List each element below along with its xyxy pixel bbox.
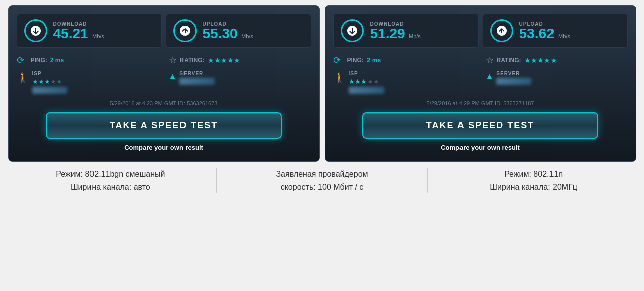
download-unit-right: Mb/s xyxy=(409,33,421,39)
compare-link-left[interactable]: Compare your own result xyxy=(17,144,311,151)
ping-label-right: PING: xyxy=(347,57,364,64)
isp-label-right: ISP xyxy=(349,71,384,76)
upload-icon-left xyxy=(173,19,197,42)
download-icon-right xyxy=(341,19,364,42)
upload-icon-right xyxy=(490,19,513,42)
upload-box-left: UPLOAD 55.30 Mb/s xyxy=(166,14,311,48)
upload-unit-left: Mb/s xyxy=(241,33,253,39)
server-section-right: ▲ SERVER xyxy=(486,71,628,85)
triangle-icon-left: ▲ xyxy=(169,72,177,81)
rating-star-icon-right: ☆ xyxy=(486,55,494,66)
person-icon-left: 🚶 xyxy=(17,72,29,84)
rating-label-right: RATING: xyxy=(497,57,521,64)
server-section-left: ▲ SERVER xyxy=(169,71,311,85)
download-data-left: DOWNLOAD 45.21 Mb/s xyxy=(53,21,104,41)
server-label-right: SERVER xyxy=(496,71,531,76)
bottom-labels-row: Режим: 802.11bgn смешаныйШирина канала: … xyxy=(5,168,639,193)
take-speed-test-button-left[interactable]: TAKE A SPEED TEST xyxy=(46,112,282,139)
download-box-right: DOWNLOAD 51.29 Mb/s xyxy=(333,14,479,48)
isp-stars-left: ★★★★★ xyxy=(32,78,67,85)
metrics-row-left: DOWNLOAD 45.21 Mb/s UPLOAD xyxy=(17,14,311,48)
rating-section-left: ☆ RATING: ★★★★★ xyxy=(169,55,311,66)
isp-section-right: 🚶 ISP ★★★★★ xyxy=(333,71,476,94)
isp-content-right: ISP ★★★★★ xyxy=(349,71,384,94)
person-icon-right: 🚶 xyxy=(333,72,346,84)
ping-label-left: PING: xyxy=(31,57,47,64)
download-data-right: DOWNLOAD 51.29 Mb/s xyxy=(370,21,421,41)
bottom-label-center: Заявленая провайдеромскорость: 100 Мбит … xyxy=(216,168,428,193)
isp-server-row-left: 🚶 ISP ★★★★★ ▲ SERVER xyxy=(17,71,311,94)
main-container: DOWNLOAD 45.21 Mb/s UPLOAD xyxy=(0,0,644,199)
download-value-left: 45.21 xyxy=(53,26,88,41)
isp-content-left: ISP ★★★★★ xyxy=(32,71,67,94)
triangle-icon-right: ▲ xyxy=(486,72,494,81)
ping-icon-left: ⟳ xyxy=(17,55,28,66)
rating-label-left: RATING: xyxy=(180,57,205,64)
upload-data-right: UPLOAD 53.62 Mb/s xyxy=(519,21,570,41)
speedtest-card-left: DOWNLOAD 45.21 Mb/s UPLOAD xyxy=(8,5,320,162)
bottom-label-left: Режим: 802.11bgn смешаныйШирина канала: … xyxy=(5,168,216,193)
compare-link-right[interactable]: Compare your own result xyxy=(333,144,628,151)
ping-icon-right: ⟳ xyxy=(333,55,344,66)
datetime-right: 5/29/2016 at 4:29 PM GMT ID: 5363271187 xyxy=(333,100,628,106)
metrics-row-right: DOWNLOAD 51.29 Mb/s UPLOAD xyxy=(333,14,628,48)
ping-section-right: ⟳ PING: 2 ms xyxy=(333,55,476,66)
download-icon-left xyxy=(24,19,47,42)
isp-stars-right: ★★★★★ xyxy=(349,78,384,85)
ping-section-left: ⟳ PING: 2 ms xyxy=(17,55,159,66)
isp-label-left: ISP xyxy=(32,71,67,76)
isp-section-left: 🚶 ISP ★★★★★ xyxy=(17,71,159,94)
take-speed-test-button-right[interactable]: TAKE A SPEED TEST xyxy=(362,112,598,139)
rating-star-icon-left: ☆ xyxy=(169,55,177,66)
upload-box-right: UPLOAD 53.62 Mb/s xyxy=(483,14,628,48)
bottom-label-right-text: Режим: 802.11nШирина канала: 20МГц xyxy=(490,170,577,191)
server-blurred-bar-left xyxy=(179,78,215,85)
info-row-right: ⟳ PING: 2 ms ☆ RATING: ★★★★★ xyxy=(333,55,628,66)
isp-stars-lit-right: ★★★ xyxy=(349,78,367,85)
server-content-left: SERVER xyxy=(179,71,215,85)
speedtest-card-right: DOWNLOAD 51.29 Mb/s UPLOAD xyxy=(325,5,636,162)
isp-server-row-right: 🚶 ISP ★★★★★ ▲ SERVER xyxy=(333,71,628,94)
isp-blurred-bar-right xyxy=(349,87,384,94)
info-row-left: ⟳ PING: 2 ms ☆ RATING: ★★★★★ xyxy=(17,55,311,66)
upload-unit-right: Mb/s xyxy=(558,33,570,39)
isp-blurred-bar-left xyxy=(32,87,67,94)
isp-stars-dim-right: ★★ xyxy=(367,78,379,85)
isp-stars-dim-left: ★★ xyxy=(50,78,62,85)
cards-row: DOWNLOAD 45.21 Mb/s UPLOAD xyxy=(5,5,639,162)
download-unit-left: Mb/s xyxy=(92,33,104,39)
rating-stars-left: ★★★★★ xyxy=(208,56,240,64)
download-value-right: 51.29 xyxy=(370,26,405,41)
bottom-label-left-text: Режим: 802.11bgn смешаныйШирина канала: … xyxy=(56,170,165,191)
bottom-label-center-text: Заявленая провайдеромскорость: 100 Мбит … xyxy=(275,170,368,191)
upload-value-right: 53.62 xyxy=(519,26,555,41)
server-label-left: SERVER xyxy=(179,71,215,76)
bottom-label-right: Режим: 802.11nШирина канала: 20МГц xyxy=(428,168,639,193)
datetime-left: 5/29/2016 at 4:23 PM GMT ID: 5363261673 xyxy=(17,100,311,106)
rating-section-right: ☆ RATING: ★★★★★ xyxy=(486,55,628,66)
upload-data-left: UPLOAD 55.30 Mb/s xyxy=(203,21,253,41)
ping-value-right: 2 ms xyxy=(367,57,381,64)
server-content-right: SERVER xyxy=(496,71,531,85)
ping-value-left: 2 ms xyxy=(50,57,64,64)
upload-value-left: 55.30 xyxy=(203,26,238,41)
isp-stars-lit-left: ★★★ xyxy=(32,78,50,85)
rating-stars-right: ★★★★★ xyxy=(524,56,557,64)
download-box-left: DOWNLOAD 45.21 Mb/s xyxy=(17,14,162,48)
server-blurred-bar-right xyxy=(496,78,531,85)
